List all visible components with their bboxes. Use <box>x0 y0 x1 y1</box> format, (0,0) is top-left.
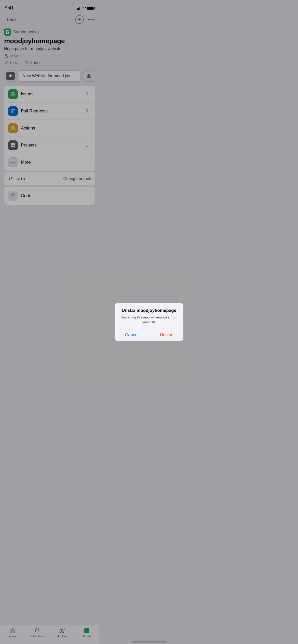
modal-overlay[interactable]: Unstar moodjoyhomepage Unstarring this r… <box>0 0 99 215</box>
